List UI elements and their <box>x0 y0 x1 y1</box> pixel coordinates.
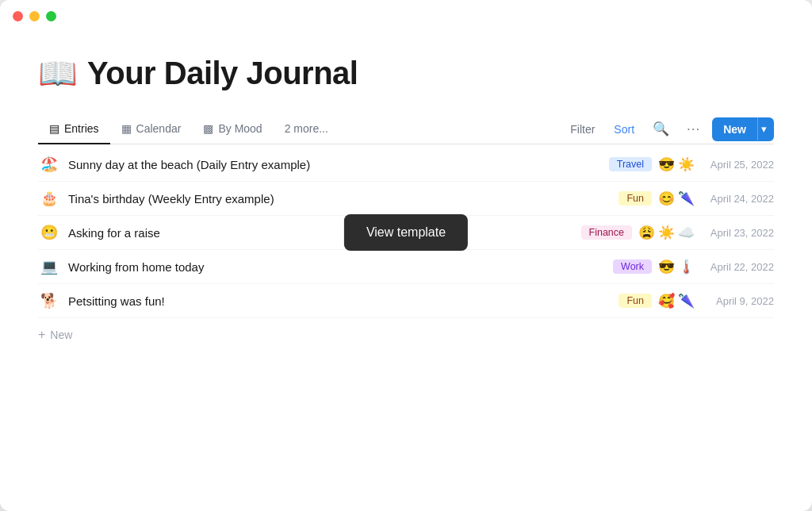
entry-date: April 9, 2022 <box>703 295 774 307</box>
entry-tags: Fun <box>619 191 652 206</box>
entry-emoji: 💻 <box>38 258 60 275</box>
tag-badge[interactable]: Fun <box>619 294 652 308</box>
more-options-button[interactable]: ··· <box>681 117 706 141</box>
tab-calendar[interactable]: ▦ Calendar <box>110 114 193 144</box>
entry-mood-icons: 😎 🌡️ <box>658 259 695 275</box>
tab-entries[interactable]: ▤ Entries <box>38 114 110 144</box>
search-button[interactable]: 🔍 <box>647 117 675 141</box>
mood-icon-2: 🌂 <box>678 190 695 207</box>
entry-tags: Fun <box>619 294 652 308</box>
add-new-label: New <box>50 328 72 341</box>
table-row[interactable]: 🎂 Tina's birthday (Weekly Entry example)… <box>38 182 774 216</box>
entry-title: Petsitting was fun! <box>68 294 619 308</box>
filter-button[interactable]: Filter <box>564 118 601 140</box>
entry-date: April 22, 2022 <box>703 261 774 273</box>
new-button-caret[interactable]: ▾ <box>757 117 774 140</box>
entry-mood-icons: 🥰 🌂 <box>658 293 695 309</box>
entry-date: April 24, 2022 <box>703 193 774 205</box>
entry-mood-icons: 😊 🌂 <box>658 190 695 207</box>
search-icon: 🔍 <box>653 121 669 136</box>
dot-green[interactable] <box>46 11 56 21</box>
calendar-tab-icon: ▦ <box>121 122 132 135</box>
entry-title: Sunny day at the beach (Daily Entry exam… <box>68 158 609 171</box>
tag-badge[interactable]: Work <box>613 259 652 274</box>
entry-emoji: 🎂 <box>38 190 60 207</box>
entry-tags: Work <box>613 259 652 274</box>
mood-tab-icon: ▩ <box>203 122 213 135</box>
titlebar <box>0 0 812 29</box>
entry-mood-icons: 😎 ☀️ <box>658 156 695 173</box>
tab-more[interactable]: 2 more... <box>274 114 339 144</box>
page-title: Your Daily Journal <box>87 56 358 91</box>
page-header: 📖 Your Daily Journal <box>38 55 774 92</box>
sort-label: Sort <box>614 123 634 136</box>
tab-bymood-label: By Mood <box>218 122 262 135</box>
entry-title: Asking for a raise <box>68 226 581 240</box>
table-row[interactable]: 🐕 Petsitting was fun! Fun 🥰 🌂 April 9, 2… <box>38 284 774 318</box>
mood-icon-2: ☀️ <box>658 225 675 241</box>
tabs-bar: ▤ Entries ▦ Calendar ▩ By Mood 2 more...… <box>38 114 774 144</box>
tag-badge[interactable]: Finance <box>581 225 632 240</box>
mood-icon-3: ☁️ <box>678 225 695 241</box>
entry-emoji: 😬 <box>38 224 60 241</box>
entries-tab-icon: ▤ <box>49 122 59 135</box>
table-row[interactable]: 😬 Asking for a raise View template Finan… <box>38 216 774 250</box>
tab-entries-label: Entries <box>64 122 99 135</box>
more-options-icon: ··· <box>687 121 700 136</box>
tag-badge[interactable]: Travel <box>609 157 652 171</box>
tab-more-label: 2 more... <box>285 122 328 135</box>
mood-icon-1: 🥰 <box>658 293 675 309</box>
dot-yellow[interactable] <box>29 11 40 21</box>
table-row[interactable]: 💻 Working from home today Work 😎 🌡️ Apri… <box>38 250 774 284</box>
toolbar: Filter Sort 🔍 ··· New ▾ <box>564 117 774 141</box>
entry-emoji: 🐕 <box>38 292 60 309</box>
tag-badge[interactable]: Fun <box>619 191 652 206</box>
filter-label: Filter <box>570 123 595 136</box>
journal-icon: 📖 <box>38 55 78 92</box>
new-button-group: New ▾ <box>712 117 774 141</box>
table-row[interactable]: 🏖️ Sunny day at the beach (Daily Entry e… <box>38 148 774 182</box>
entry-mood-icons: 😩 ☀️ ☁️ <box>638 225 695 241</box>
entry-date: April 25, 2022 <box>703 159 774 171</box>
sort-button[interactable]: Sort <box>607 118 641 140</box>
entry-tags: Finance <box>581 225 632 240</box>
mood-icon-2: ☀️ <box>678 156 695 173</box>
mood-icon-2: 🌡️ <box>678 259 695 275</box>
entries-wrapper: 🏖️ Sunny day at the beach (Daily Entry e… <box>38 148 774 342</box>
tab-by-mood[interactable]: ▩ By Mood <box>192 114 273 144</box>
app-window: 📖 Your Daily Journal ▤ Entries ▦ Calenda… <box>0 0 812 511</box>
mood-icon-1: 😎 <box>658 156 675 173</box>
mood-icon-1: 😎 <box>658 259 675 275</box>
entries-list: 🏖️ Sunny day at the beach (Daily Entry e… <box>38 148 774 318</box>
mood-icon-2: 🌂 <box>678 293 695 309</box>
tabs-left: ▤ Entries ▦ Calendar ▩ By Mood 2 more... <box>38 114 564 144</box>
entry-date: April 23, 2022 <box>703 227 774 239</box>
tab-calendar-label: Calendar <box>136 122 182 135</box>
entry-title: Tina's birthday (Weekly Entry example) <box>68 192 619 206</box>
mood-icon-1: 😩 <box>638 225 655 241</box>
entry-emoji: 🏖️ <box>38 156 60 173</box>
add-new-row[interactable]: + New <box>38 318 774 342</box>
add-icon: + <box>38 328 45 342</box>
dot-red[interactable] <box>13 11 23 21</box>
caret-icon: ▾ <box>761 123 767 135</box>
main-content: 📖 Your Daily Journal ▤ Entries ▦ Calenda… <box>0 29 812 511</box>
entry-title: Working from home today <box>68 260 613 274</box>
mood-icon-1: 😊 <box>658 190 675 207</box>
entry-tags: Travel <box>609 157 652 171</box>
new-button[interactable]: New <box>712 117 757 141</box>
